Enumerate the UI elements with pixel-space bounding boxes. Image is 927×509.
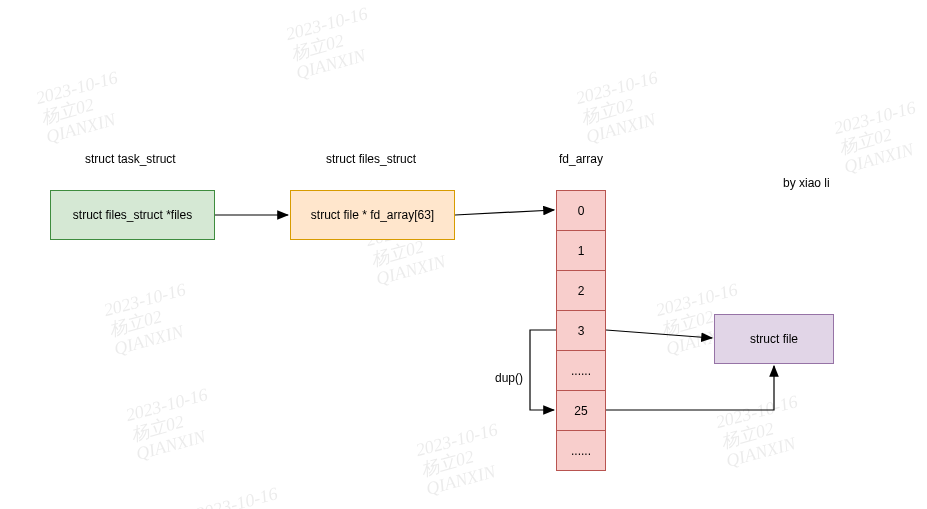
watermark: 2023-10-16 杨立02 QIANXIN — [34, 68, 131, 147]
watermark: 2023-10-16 杨立02 QIANXIN — [284, 4, 381, 83]
byline-label: by xiao li — [783, 176, 830, 190]
arrow-fd25-to-file — [606, 366, 774, 410]
fd-array-header: fd_array — [559, 152, 603, 166]
watermark: 2023-10-16 杨立02 QIANXIN — [194, 484, 291, 509]
arrow-dup — [530, 330, 556, 410]
task-struct-box: struct files_struct *files — [50, 190, 215, 240]
fd-cell: ...... — [557, 351, 605, 391]
task-struct-header: struct task_struct — [85, 152, 176, 166]
struct-file-box: struct file — [714, 314, 834, 364]
fd-cell: 0 — [557, 191, 605, 231]
fd-cell: 1 — [557, 231, 605, 271]
fd-cell: ...... — [557, 431, 605, 471]
watermark: 2023-10-16 杨立02 QIANXIN — [574, 68, 671, 147]
arrow-files-to-array — [455, 210, 554, 215]
files-struct-header: struct files_struct — [326, 152, 416, 166]
files-struct-box: struct file * fd_array[63] — [290, 190, 455, 240]
watermark: 2023-10-16 杨立02 QIANXIN — [102, 280, 199, 359]
watermark: 2023-10-16 杨立02 QIANXIN — [832, 98, 927, 177]
watermark: 2023-10-16 杨立02 QIANXIN — [714, 392, 811, 471]
fd-array-container: 0 1 2 3 ...... 25 ...... — [556, 190, 606, 471]
struct-file-text: struct file — [750, 332, 798, 346]
arrow-fd3-to-file — [606, 330, 712, 338]
fd-cell: 25 — [557, 391, 605, 431]
arrows-layer — [0, 0, 927, 509]
fd-cell: 3 — [557, 311, 605, 351]
files-struct-text: struct file * fd_array[63] — [311, 208, 434, 222]
fd-cell: 2 — [557, 271, 605, 311]
dup-label: dup() — [495, 371, 523, 385]
watermark: 2023-10-16 杨立02 QIANXIN — [124, 385, 221, 464]
watermark: 2023-10-16 杨立02 QIANXIN — [414, 420, 511, 499]
task-struct-text: struct files_struct *files — [73, 208, 192, 222]
